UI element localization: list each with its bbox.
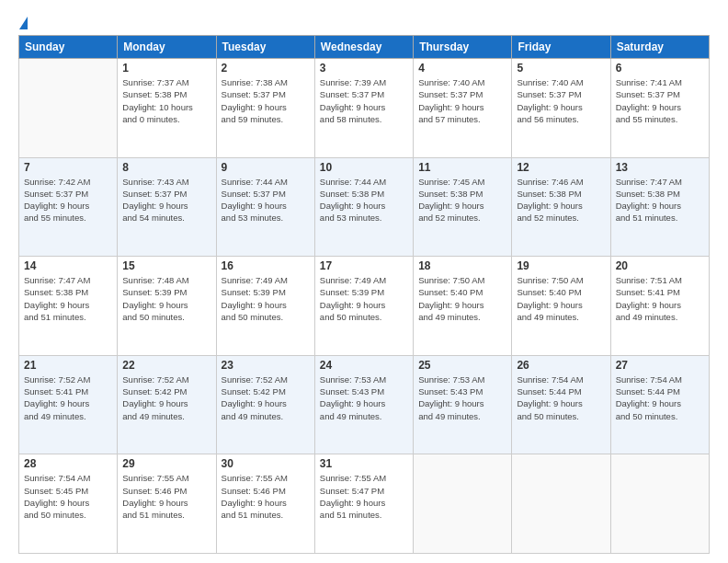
day-info: Sunrise: 7:52 AMSunset: 5:42 PMDaylight:… <box>122 373 210 422</box>
day-info: Sunrise: 7:40 AMSunset: 5:37 PMDaylight:… <box>418 76 506 125</box>
day-info: Sunrise: 7:54 AMSunset: 5:44 PMDaylight:… <box>517 373 605 422</box>
weekday-header: Saturday <box>610 36 709 59</box>
day-number: 14 <box>24 259 112 272</box>
day-number: 6 <box>616 62 704 75</box>
calendar-week-row: 1Sunrise: 7:37 AMSunset: 5:38 PMDaylight… <box>19 59 710 158</box>
weekday-header: Monday <box>118 36 216 59</box>
day-number: 31 <box>320 457 408 470</box>
day-info: Sunrise: 7:55 AMSunset: 5:46 PMDaylight:… <box>222 472 310 521</box>
day-info: Sunrise: 7:38 AMSunset: 5:37 PMDaylight:… <box>222 76 310 125</box>
calendar-day-cell: 30Sunrise: 7:55 AMSunset: 5:46 PMDayligh… <box>216 454 314 554</box>
calendar: SundayMondayTuesdayWednesdayThursdayFrid… <box>18 35 710 554</box>
calendar-day-cell: 5Sunrise: 7:40 AMSunset: 5:37 PMDaylight… <box>512 59 610 158</box>
calendar-day-cell: 17Sunrise: 7:49 AMSunset: 5:39 PMDayligh… <box>314 257 413 356</box>
day-info: Sunrise: 7:37 AMSunset: 5:38 PMDaylight:… <box>122 76 210 125</box>
day-info: Sunrise: 7:53 AMSunset: 5:43 PMDaylight:… <box>418 373 506 422</box>
calendar-day-cell: 20Sunrise: 7:51 AMSunset: 5:41 PMDayligh… <box>610 257 709 356</box>
day-number: 20 <box>616 259 704 272</box>
day-info: Sunrise: 7:42 AMSunset: 5:37 PMDaylight:… <box>24 176 112 224</box>
calendar-day-cell: 12Sunrise: 7:46 AMSunset: 5:38 PMDayligh… <box>512 157 610 257</box>
day-number: 9 <box>222 161 310 174</box>
day-info: Sunrise: 7:44 AMSunset: 5:37 PMDaylight:… <box>222 176 310 224</box>
day-number: 19 <box>517 259 605 272</box>
day-number: 8 <box>122 161 210 174</box>
day-info: Sunrise: 7:43 AMSunset: 5:37 PMDaylight:… <box>122 176 210 224</box>
calendar-week-row: 28Sunrise: 7:54 AMSunset: 5:45 PMDayligh… <box>19 454 710 554</box>
day-number: 11 <box>418 161 506 174</box>
day-number: 2 <box>222 62 310 75</box>
calendar-day-cell: 15Sunrise: 7:48 AMSunset: 5:39 PMDayligh… <box>118 257 216 356</box>
day-number: 28 <box>24 457 112 470</box>
calendar-day-cell: 27Sunrise: 7:54 AMSunset: 5:44 PMDayligh… <box>610 355 709 454</box>
calendar-day-cell: 14Sunrise: 7:47 AMSunset: 5:38 PMDayligh… <box>19 257 118 356</box>
day-info: Sunrise: 7:53 AMSunset: 5:43 PMDaylight:… <box>320 373 408 422</box>
calendar-day-cell: 11Sunrise: 7:45 AMSunset: 5:38 PMDayligh… <box>414 157 512 257</box>
day-number: 23 <box>222 359 310 372</box>
calendar-day-cell: 28Sunrise: 7:54 AMSunset: 5:45 PMDayligh… <box>19 454 118 554</box>
day-number: 5 <box>517 62 605 75</box>
day-info: Sunrise: 7:54 AMSunset: 5:44 PMDaylight:… <box>616 373 704 422</box>
calendar-day-cell: 8Sunrise: 7:43 AMSunset: 5:37 PMDaylight… <box>118 157 216 257</box>
day-number: 16 <box>222 259 310 272</box>
calendar-week-row: 7Sunrise: 7:42 AMSunset: 5:37 PMDaylight… <box>19 157 710 257</box>
calendar-day-cell: 31Sunrise: 7:55 AMSunset: 5:47 PMDayligh… <box>314 454 413 554</box>
day-info: Sunrise: 7:41 AMSunset: 5:37 PMDaylight:… <box>616 76 704 125</box>
weekday-header: Thursday <box>414 36 512 59</box>
calendar-day-cell: 16Sunrise: 7:49 AMSunset: 5:39 PMDayligh… <box>216 257 314 356</box>
day-info: Sunrise: 7:50 AMSunset: 5:40 PMDaylight:… <box>517 274 605 323</box>
day-number: 4 <box>418 62 506 75</box>
weekday-header: Tuesday <box>216 36 314 59</box>
calendar-day-cell: 9Sunrise: 7:44 AMSunset: 5:37 PMDaylight… <box>216 157 314 257</box>
day-info: Sunrise: 7:47 AMSunset: 5:38 PMDaylight:… <box>24 274 112 323</box>
day-info: Sunrise: 7:50 AMSunset: 5:40 PMDaylight:… <box>418 274 506 323</box>
header <box>18 17 710 26</box>
day-info: Sunrise: 7:40 AMSunset: 5:37 PMDaylight:… <box>517 76 605 125</box>
calendar-day-cell: 6Sunrise: 7:41 AMSunset: 5:37 PMDaylight… <box>610 59 709 158</box>
calendar-week-row: 21Sunrise: 7:52 AMSunset: 5:41 PMDayligh… <box>19 355 710 454</box>
weekday-header: Sunday <box>19 36 118 59</box>
calendar-day-cell <box>19 59 118 158</box>
calendar-day-cell: 25Sunrise: 7:53 AMSunset: 5:43 PMDayligh… <box>414 355 512 454</box>
day-number: 22 <box>122 359 210 372</box>
day-number: 21 <box>24 359 112 372</box>
calendar-day-cell: 1Sunrise: 7:37 AMSunset: 5:38 PMDaylight… <box>118 59 216 158</box>
day-number: 12 <box>517 161 605 174</box>
calendar-day-cell: 18Sunrise: 7:50 AMSunset: 5:40 PMDayligh… <box>414 257 512 356</box>
logo-triangle-icon <box>19 17 28 29</box>
weekday-header: Wednesday <box>314 36 413 59</box>
calendar-day-cell: 24Sunrise: 7:53 AMSunset: 5:43 PMDayligh… <box>314 355 413 454</box>
day-number: 10 <box>320 161 408 174</box>
calendar-day-cell: 3Sunrise: 7:39 AMSunset: 5:37 PMDaylight… <box>314 59 413 158</box>
calendar-day-cell: 4Sunrise: 7:40 AMSunset: 5:37 PMDaylight… <box>414 59 512 158</box>
calendar-day-cell: 7Sunrise: 7:42 AMSunset: 5:37 PMDaylight… <box>19 157 118 257</box>
day-number: 27 <box>616 359 704 372</box>
day-info: Sunrise: 7:51 AMSunset: 5:41 PMDaylight:… <box>616 274 704 323</box>
calendar-week-row: 14Sunrise: 7:47 AMSunset: 5:38 PMDayligh… <box>19 257 710 356</box>
calendar-day-cell: 26Sunrise: 7:54 AMSunset: 5:44 PMDayligh… <box>512 355 610 454</box>
calendar-day-cell: 10Sunrise: 7:44 AMSunset: 5:38 PMDayligh… <box>314 157 413 257</box>
day-number: 30 <box>222 457 310 470</box>
calendar-day-cell: 21Sunrise: 7:52 AMSunset: 5:41 PMDayligh… <box>19 355 118 454</box>
page: SundayMondayTuesdayWednesdayThursdayFrid… <box>0 0 728 563</box>
day-info: Sunrise: 7:52 AMSunset: 5:41 PMDaylight:… <box>24 373 112 422</box>
day-info: Sunrise: 7:52 AMSunset: 5:42 PMDaylight:… <box>222 373 310 422</box>
day-number: 26 <box>517 359 605 372</box>
day-info: Sunrise: 7:48 AMSunset: 5:39 PMDaylight:… <box>122 274 210 323</box>
calendar-day-cell <box>414 454 512 554</box>
day-number: 25 <box>418 359 506 372</box>
day-info: Sunrise: 7:47 AMSunset: 5:38 PMDaylight:… <box>616 176 704 224</box>
logo <box>18 17 28 26</box>
calendar-day-cell: 22Sunrise: 7:52 AMSunset: 5:42 PMDayligh… <box>118 355 216 454</box>
calendar-day-cell <box>512 454 610 554</box>
day-number: 17 <box>320 259 408 272</box>
day-info: Sunrise: 7:45 AMSunset: 5:38 PMDaylight:… <box>418 176 506 224</box>
calendar-day-cell: 13Sunrise: 7:47 AMSunset: 5:38 PMDayligh… <box>610 157 709 257</box>
calendar-day-cell: 29Sunrise: 7:55 AMSunset: 5:46 PMDayligh… <box>118 454 216 554</box>
calendar-day-cell <box>610 454 709 554</box>
day-info: Sunrise: 7:54 AMSunset: 5:45 PMDaylight:… <box>24 472 112 521</box>
day-info: Sunrise: 7:44 AMSunset: 5:38 PMDaylight:… <box>320 176 408 224</box>
day-number: 3 <box>320 62 408 75</box>
calendar-header-row: SundayMondayTuesdayWednesdayThursdayFrid… <box>19 36 710 59</box>
day-number: 29 <box>122 457 210 470</box>
day-number: 24 <box>320 359 408 372</box>
